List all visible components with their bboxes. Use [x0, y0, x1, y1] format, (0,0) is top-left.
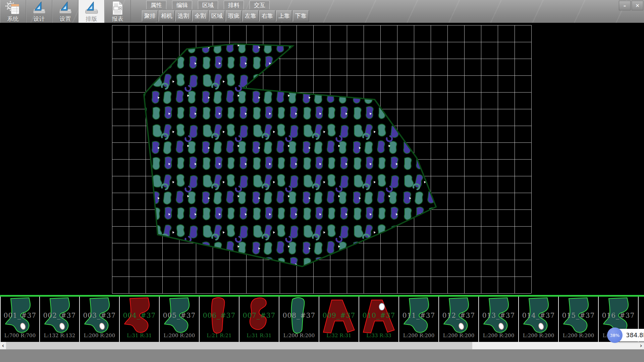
piece-id-label: 003_#37: [80, 311, 119, 319]
piece-thumbnail-008_#37[interactable]: 008_#37L:200 R:200: [279, 297, 319, 342]
piece-lr-count-label: L:700 R:700: [1, 333, 39, 339]
main-button-报表[interactable]: 报表: [105, 0, 131, 23]
piece-thumbnail-007_#37[interactable]: 007_#37L:31 R:31: [239, 297, 279, 342]
tool-button-瑕疵[interactable]: 瑕疵: [226, 10, 242, 21]
tool-button-row: 聚排相机选割全割区域瑕疵左靠右靠上靠下靠: [142, 10, 309, 21]
piece-thumbnail-013_#37[interactable]: 013_#37L:200 R:200: [479, 297, 519, 342]
piece-lr-count-label: L:200 R:200: [519, 333, 558, 339]
piece-id-label: 006_#37: [200, 311, 239, 319]
tool-button-相机[interactable]: 相机: [159, 10, 175, 21]
close-button[interactable]: ✕: [632, 1, 643, 10]
piece-id-label: 002_#37: [40, 311, 79, 319]
piece-id-label: 012_#37: [439, 311, 478, 319]
piece-lr-count-label: L:31 R:31: [120, 333, 159, 339]
report-doc-icon: [111, 0, 124, 16]
tool-button-全割[interactable]: 全割: [192, 10, 208, 21]
status-bar: [0, 349, 644, 362]
minimize-button[interactable]: –: [619, 1, 631, 10]
memory-amount-label: 384.8M: [626, 329, 644, 342]
main-button-设计[interactable]: 设计: [26, 0, 52, 23]
system-gear-icon: [5, 0, 21, 16]
tool-button-区域[interactable]: 区域: [209, 10, 225, 21]
piece-thumbnail-006_#37[interactable]: 006_#37L:21 R:21: [200, 297, 239, 342]
piece-lr-count-label: L:200 R:200: [279, 333, 319, 339]
ribbon-toolbar: 系统设计设置排版报表 属性编辑区域排料交互 聚排相机选割全割区域瑕疵左靠右靠上靠…: [0, 0, 644, 23]
piece-id-label: 015_#37: [559, 311, 598, 319]
tool-button-左靠[interactable]: 左靠: [243, 10, 259, 21]
main-button-label: 报表: [112, 16, 123, 22]
piece-thumbnail-002_#37[interactable]: 002_#37L:132 R:132: [40, 297, 80, 342]
piece-lr-count-label: L:200 R:200: [479, 333, 518, 339]
piece-id-label: 001_#37: [1, 311, 39, 319]
nesting-canvas[interactable]: [0, 23, 644, 295]
piece-id-label: 010_#37: [359, 311, 398, 319]
piece-lr-count-label: L:200 R:200: [399, 333, 438, 339]
piece-id-label: 016_#37: [599, 311, 638, 319]
menu-tab-编辑[interactable]: 编辑: [172, 1, 192, 9]
main-button-设置[interactable]: 设置: [52, 0, 78, 23]
piece-lr-count-label: L:200 R:200: [80, 333, 119, 339]
main-button-label: 系统: [7, 16, 19, 22]
tool-button-选割[interactable]: 选割: [175, 10, 192, 21]
piece-lr-count-label: L:200 R:200: [439, 333, 478, 339]
piece-thumbnail-004_#37[interactable]: 004_#37L:31 R:31: [120, 297, 160, 342]
piece-lr-count-label: L:21 R:21: [200, 333, 239, 339]
piece-id-label: 014_#37: [519, 311, 558, 319]
piece-lr-count-label: L:31 R:31: [239, 333, 279, 339]
piece-thumbnail-012_#37[interactable]: 012_#37L:200 R:200: [439, 297, 479, 342]
piece-id-label: 007_#37: [239, 311, 279, 319]
piece-lr-count-label: L:33 R:33: [359, 333, 398, 339]
memory-percent-circle: 38%: [607, 327, 623, 343]
settings-ruler-icon: [58, 0, 73, 16]
tool-button-聚排[interactable]: 聚排: [142, 10, 158, 21]
scroll-right-arrow-icon[interactable]: ›: [638, 342, 644, 349]
menu-tab-区域[interactable]: 区域: [198, 1, 218, 9]
main-button-排版[interactable]: 排版: [78, 0, 105, 23]
menu-tab-属性[interactable]: 属性: [146, 1, 166, 9]
design-ruler-icon: [32, 0, 47, 16]
tool-button-下靠[interactable]: 下靠: [293, 10, 309, 21]
tool-button-右靠[interactable]: 右靠: [259, 10, 275, 21]
piece-thumbnail-003_#37[interactable]: 003_#37L:200 R:200: [80, 297, 120, 342]
piece-thumbnail-strip: 001_#37L:700 R:700002_#37L:132 R:132003_…: [0, 297, 644, 342]
piece-thumbnail-015_#37[interactable]: 015_#37L:200 R:200: [559, 297, 599, 342]
piece-thumbnail-011_#37[interactable]: 011_#37L:200 R:200: [399, 297, 439, 342]
memory-usage-badge[interactable]: 38% 384.8M: [608, 329, 644, 342]
main-button-系统[interactable]: 系统: [0, 0, 26, 23]
piece-id-label: 011_#37: [399, 311, 438, 319]
piece-lr-count-label: L:132 R:132: [40, 333, 79, 339]
piece-id-label: 004_#37: [120, 311, 159, 319]
tool-button-上靠[interactable]: 上靠: [276, 10, 292, 21]
horizontal-scrollbar[interactable]: ‹ ›: [0, 342, 644, 349]
piece-id-label: 008_#37: [279, 311, 319, 319]
nesting-ruler-icon: [84, 0, 99, 16]
piece-thumbnail-001_#37[interactable]: 001_#37L:700 R:700: [0, 297, 40, 342]
menu-tab-row: 属性编辑区域排料交互: [146, 1, 270, 9]
app-window: 系统设计设置排版报表 属性编辑区域排料交互 聚排相机选割全割区域瑕疵左靠右靠上靠…: [0, 0, 644, 362]
piece-thumbnail-005_#37[interactable]: 005_#37L:200 R:200: [160, 297, 200, 342]
piece-lr-count-label: L:200 R:200: [160, 333, 199, 339]
scroll-left-arrow-icon[interactable]: ‹: [0, 342, 6, 349]
menu-tab-交互[interactable]: 交互: [250, 1, 270, 9]
menu-tab-排料[interactable]: 排料: [224, 1, 244, 9]
piece-id-label: 005_#37: [160, 311, 199, 319]
window-controls: – ✕: [619, 1, 643, 10]
piece-lr-count-label: L:200 R:200: [559, 333, 598, 339]
main-button-label: 设计: [34, 16, 45, 22]
piece-thumbnail-009_#37[interactable]: 009_#37L:32 R:31: [319, 297, 359, 342]
scrollbar-thumb[interactable]: [6, 342, 472, 349]
main-button-label: 设置: [60, 16, 71, 22]
piece-thumbnail-014_#37[interactable]: 014_#37L:200 R:200: [519, 297, 559, 342]
piece-id-label: 009_#37: [319, 311, 359, 319]
piece-id-label: 013_#37: [479, 311, 518, 319]
piece-lr-count-label: L:32 R:31: [319, 333, 359, 339]
piece-thumbnail-010_#37[interactable]: 010_#37L:33 R:33: [359, 297, 399, 342]
main-mode-buttons: 系统设计设置排版报表: [0, 0, 131, 23]
main-button-label: 排版: [86, 16, 97, 22]
